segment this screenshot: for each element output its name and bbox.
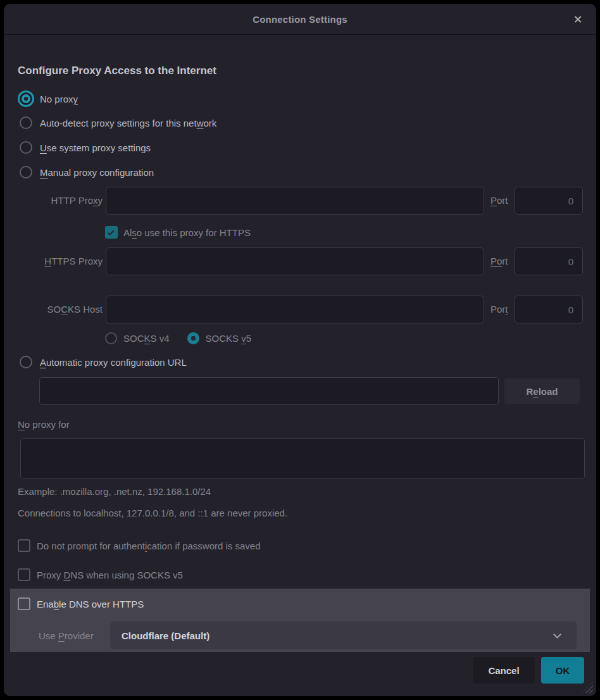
dns-over-https-section: Enable DNS over HTTPS Use Provider Cloud… (10, 589, 590, 652)
label-text: SOC (123, 333, 144, 344)
accesskey: D (64, 570, 71, 580)
reload-button[interactable]: Reload (504, 378, 580, 404)
accesskey: s (132, 227, 137, 238)
socks-v4-label[interactable]: SOCKS v4 (123, 333, 170, 344)
checkbox-unchecked-icon[interactable] (18, 539, 30, 552)
label-text: Ena (37, 599, 54, 609)
accesskey: y (73, 94, 78, 104)
radio-unselected-icon[interactable] (105, 332, 117, 344)
proxy-dns-label: Proxy DNS when using SOCKS v5 (37, 570, 183, 580)
connection-settings-dialog: Connection Settings ✕ Configure Proxy Ac… (4, 4, 596, 696)
radio-selected-icon[interactable] (187, 332, 199, 344)
accesskey: N (18, 419, 25, 430)
radio-label-manual-proxy: Manual proxy configuration (40, 167, 154, 178)
label-text: S v4 (151, 333, 170, 344)
accesskey: b (54, 599, 59, 609)
use-provider-label: Use Provider (39, 630, 94, 641)
socks-host-input[interactable] (106, 296, 484, 323)
no-prompt-auth-checkbox-row[interactable]: Do not prompt for authentication if pass… (18, 538, 261, 553)
label-text: rovider (65, 630, 94, 641)
label-text: R (526, 386, 533, 397)
accesskey: H (44, 256, 51, 266)
checkbox-unchecked-icon[interactable] (18, 568, 30, 581)
http-proxy-input[interactable] (106, 187, 484, 215)
label-text: load (539, 386, 558, 397)
socks-port-label: Port (491, 296, 508, 323)
radio-cell (18, 164, 34, 180)
accesskey: A (40, 357, 46, 368)
label-text: HTTP Pro (51, 195, 93, 206)
accesskey: P (491, 195, 497, 206)
accesskey: e (533, 386, 538, 397)
enable-doh-checkbox-row[interactable]: Enable DNS over HTTPS (18, 596, 144, 612)
accesskey: P (491, 256, 497, 266)
accesskey: U (40, 142, 47, 153)
https-proxy-input[interactable] (106, 247, 484, 275)
checkmark-icon (108, 228, 115, 235)
accesskey: t (505, 304, 508, 315)
close-icon[interactable]: ✕ (570, 11, 586, 28)
radio-unselected-icon[interactable] (20, 141, 32, 154)
ok-button[interactable]: OK (541, 657, 584, 684)
provider-dropdown[interactable]: Cloudflare (Default) (110, 622, 577, 649)
accesskey: C (61, 304, 68, 315)
label-text: le DNS over HTTPS (59, 599, 144, 609)
accesskey: M (40, 167, 48, 178)
dialog-title: Connection Settings (253, 14, 347, 25)
proxy-dns-checkbox-row[interactable]: Proxy DNS when using SOCKS v5 (18, 567, 183, 582)
titlebar: Connection Settings ✕ (4, 4, 596, 35)
https-port-input[interactable] (515, 247, 583, 275)
radio-cell (18, 139, 34, 156)
radio-row-auto-url[interactable]: Automatic proxy configuration URL (18, 354, 187, 370)
chevron-down-icon (553, 630, 561, 639)
localhost-note-text: Connections to localhost, 127.0.0.1/8, a… (18, 508, 287, 518)
also-https-label: Also use this proxy for HTTPS (123, 227, 251, 238)
checkbox-unchecked-icon[interactable] (18, 597, 30, 610)
accesskey: K (144, 333, 151, 344)
radio-unselected-icon[interactable] (20, 166, 32, 178)
radio-unselected-icon[interactable] (20, 356, 32, 368)
no-proxy-for-label: No proxy for (18, 419, 70, 430)
page-title: Configure Proxy Access to the Internet (18, 65, 216, 77)
socks-v5-label[interactable]: SOCKS v5 (206, 333, 252, 344)
label-text: o proxy for (25, 419, 70, 430)
enable-doh-label: Enable DNS over HTTPS (37, 599, 144, 609)
no-prompt-auth-label: Do not prompt for authentication if pass… (37, 541, 261, 551)
label-text: Proxy (37, 570, 64, 580)
radio-selected-icon[interactable] (18, 91, 34, 107)
radio-row-autodetect[interactable]: Auto-detect proxy settings for this netw… (18, 115, 216, 131)
radio-row-system-proxy[interactable]: Use system proxy settings (18, 139, 151, 156)
accesskey: P (58, 630, 65, 641)
resize-grip[interactable] (582, 682, 593, 693)
no-proxy-for-textarea[interactable] (20, 438, 585, 479)
radio-label-system-proxy: Use system proxy settings (40, 142, 151, 153)
socks-host-label: SOCKS Host (18, 296, 103, 323)
label-text: NS when using SOCKS v5 (70, 570, 183, 580)
auto-config-url-input[interactable] (39, 377, 499, 405)
label-text: Auto-detect proxy settings for this net (40, 118, 197, 128)
label-text: se system proxy settings (47, 142, 151, 153)
accesskey: v (241, 333, 246, 344)
label-text: Do not prompt for authent (37, 541, 145, 551)
socks-port-input[interactable] (515, 296, 583, 323)
radio-row-manual-proxy[interactable]: Manual proxy configuration (18, 164, 154, 180)
label-text: utomatic proxy configuration URL (46, 357, 187, 368)
http-port-label: Port (491, 187, 508, 215)
radio-unselected-icon[interactable] (20, 116, 32, 129)
label-text: SO (47, 304, 61, 315)
radio-row-no-proxy[interactable]: No proxy (18, 91, 78, 107)
label-text: rt (502, 256, 508, 266)
http-port-input[interactable] (515, 187, 583, 215)
checkbox-checked-icon[interactable] (105, 226, 118, 239)
label-text: No prox (40, 94, 73, 104)
label-text: SOCKS (206, 333, 242, 344)
label-text: ort (497, 195, 508, 206)
accesskey: x (93, 195, 98, 206)
label-text: Use (39, 630, 58, 641)
label-text: Al (123, 227, 132, 238)
cancel-button[interactable]: Cancel (473, 657, 535, 684)
also-https-checkbox-row[interactable]: Also use this proxy for HTTPS (105, 225, 251, 240)
radio-label-autodetect: Auto-detect proxy settings for this netw… (40, 118, 216, 128)
label-text: TTPS Proxy (51, 256, 103, 266)
provider-selected-value: Cloudflare (Default) (122, 630, 209, 641)
